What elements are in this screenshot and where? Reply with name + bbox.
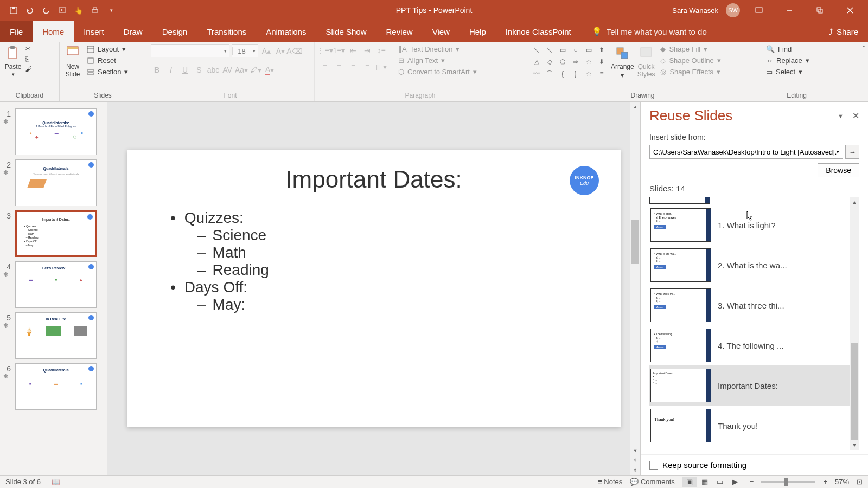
zoom-slider[interactable] bbox=[761, 481, 815, 483]
shape-outline-button[interactable]: ◇ Shape Outline ▾ bbox=[658, 56, 723, 65]
tab-design[interactable]: Design bbox=[152, 21, 197, 42]
tab-home[interactable]: Home bbox=[33, 21, 74, 42]
align-right-icon[interactable]: ≡ bbox=[347, 61, 359, 73]
reuse-slide-item[interactable]: Important Dates:• ...• ...• ... Importan… bbox=[649, 365, 859, 406]
share-button[interactable]: ⤴ Share bbox=[819, 21, 868, 42]
thumbnail-2[interactable]: 2✱ QuadrilateralsThere are many differen… bbox=[0, 157, 107, 208]
columns-icon[interactable]: ▥▾ bbox=[375, 61, 387, 73]
paste-button[interactable]: Paste ▾ bbox=[4, 44, 22, 77]
close-icon[interactable] bbox=[839, 0, 861, 21]
bold-icon[interactable]: B bbox=[151, 64, 163, 76]
scroll-down-icon[interactable]: ▼ bbox=[630, 446, 640, 455]
tab-animations[interactable]: Animations bbox=[256, 21, 316, 42]
zoom-level[interactable]: 57% bbox=[835, 478, 849, 486]
user-name[interactable]: Sara Wanasek bbox=[672, 7, 718, 15]
cut-icon[interactable]: ✂ bbox=[25, 44, 32, 53]
line-spacing-icon[interactable]: ↕≡ bbox=[375, 44, 387, 56]
font-color-icon[interactable]: A▾ bbox=[264, 64, 276, 76]
spellcheck-icon[interactable]: 📖 bbox=[52, 478, 60, 486]
qat-customize-icon[interactable]: ▾ bbox=[106, 5, 116, 15]
reset-button[interactable]: Reset bbox=[85, 56, 130, 65]
shape-effects-button[interactable]: ◎ Shape Effects ▾ bbox=[658, 67, 723, 76]
pane-options-icon[interactable]: ▼ bbox=[838, 113, 844, 119]
shadow-icon[interactable]: S bbox=[193, 64, 205, 76]
reuse-slide-item[interactable]: • What is the wa... a) ... b) ...Answer … bbox=[649, 245, 859, 285]
clear-formatting-icon[interactable]: A⌫ bbox=[289, 45, 301, 57]
save-icon[interactable] bbox=[9, 5, 18, 15]
replace-button[interactable]: ↔ Replace ▾ bbox=[764, 56, 812, 65]
tab-view[interactable]: View bbox=[423, 21, 459, 42]
prev-slide-icon[interactable]: ⇞ bbox=[630, 455, 640, 465]
thumbnail-1[interactable]: 1✱ Quadrilaterals:A Parade of Four-Sided… bbox=[0, 106, 107, 157]
tab-inknoe[interactable]: Inknoe ClassPoint bbox=[496, 21, 581, 42]
character-spacing-icon[interactable]: AV bbox=[221, 64, 233, 76]
path-combo[interactable]: C:\Users\SaraWanasek\Desktop\Intro to Li… bbox=[649, 145, 843, 159]
comments-button[interactable]: 💬 Comments bbox=[630, 478, 674, 486]
normal-view-icon[interactable]: ▣ bbox=[682, 477, 697, 487]
copy-icon[interactable]: ⎘ bbox=[25, 55, 32, 63]
sorter-view-icon[interactable]: ▦ bbox=[698, 477, 712, 487]
slide-canvas[interactable]: INKNOE Edu Important Dates: Quizzes: Sci… bbox=[127, 150, 621, 427]
italic-icon[interactable]: I bbox=[165, 64, 177, 76]
fit-to-window-icon[interactable]: ⊡ bbox=[857, 478, 863, 486]
strikethrough-icon[interactable]: abc bbox=[207, 64, 219, 76]
slide-counter[interactable]: Slide 3 of 6 bbox=[5, 478, 41, 486]
start-from-beginning-icon[interactable] bbox=[58, 5, 67, 15]
font-name-combo[interactable]: ▾ bbox=[151, 44, 229, 57]
tab-insert[interactable]: Insert bbox=[74, 21, 114, 42]
reuse-slide-item[interactable]: Thank you! Thank you! bbox=[649, 406, 859, 446]
zoom-out-icon[interactable]: − bbox=[750, 478, 754, 486]
collapse-ribbon-icon[interactable]: ˄ bbox=[862, 44, 866, 53]
print-icon[interactable] bbox=[90, 5, 100, 15]
justify-icon[interactable]: ≡ bbox=[361, 61, 373, 73]
highlight-icon[interactable]: 🖍▾ bbox=[250, 64, 261, 76]
canvas-scrollbar[interactable]: ▲ ▼ ⇞ ⇟ bbox=[630, 102, 640, 475]
thumbnail-5[interactable]: 5✱ In Real Life🍦 bbox=[0, 310, 107, 361]
scroll-up-icon[interactable]: ▲ bbox=[630, 102, 640, 112]
scroll-down-icon[interactable]: ▼ bbox=[850, 440, 859, 450]
reuse-list-scrollbar[interactable]: ▲ ▼ bbox=[850, 197, 859, 450]
shape-fill-button[interactable]: ◆ Shape Fill ▾ bbox=[658, 44, 723, 54]
slideshow-view-icon[interactable]: ▶ bbox=[728, 477, 742, 487]
decrease-indent-icon[interactable]: ⇤ bbox=[347, 44, 359, 56]
layout-button[interactable]: Layout ▾ bbox=[85, 44, 130, 54]
tab-slideshow[interactable]: Slide Show bbox=[316, 21, 376, 42]
reading-view-icon[interactable]: ▭ bbox=[713, 477, 727, 487]
section-button[interactable]: Section ▾ bbox=[85, 67, 130, 76]
bullets-icon[interactable]: ⋮≡▾ bbox=[319, 44, 331, 56]
align-left-icon[interactable]: ≡ bbox=[319, 61, 331, 73]
slide-title[interactable]: Important Dates: bbox=[159, 166, 588, 193]
increase-indent-icon[interactable]: ⇥ bbox=[361, 44, 373, 56]
touch-mode-icon[interactable]: 👆 bbox=[74, 5, 84, 15]
maximize-icon[interactable] bbox=[808, 0, 831, 21]
tab-draw[interactable]: Draw bbox=[114, 21, 152, 42]
go-button[interactable]: → bbox=[845, 145, 859, 159]
redo-icon[interactable] bbox=[41, 5, 51, 15]
ribbon-display-icon[interactable] bbox=[748, 0, 770, 21]
tell-me-search[interactable]: 💡 Tell me what you want to do bbox=[592, 21, 707, 42]
user-avatar[interactable]: SW bbox=[726, 3, 740, 17]
shapes-gallery[interactable]: ＼＼▭○▭⬆ △◇⬠⇨☆⬇ 〰⌒{}☆≡ bbox=[531, 44, 608, 79]
decrease-font-icon[interactable]: A▾ bbox=[275, 45, 286, 57]
align-text-button[interactable]: ⊟ Align Text ▾ bbox=[396, 56, 479, 65]
close-pane-icon[interactable]: ✕ bbox=[852, 111, 859, 121]
quick-styles-button[interactable]: Quick Styles bbox=[637, 44, 655, 78]
next-slide-icon[interactable]: ⇟ bbox=[630, 465, 640, 475]
find-button[interactable]: 🔍 Find bbox=[764, 44, 812, 54]
thumbnail-3[interactable]: 3 Important Dates:• Quizzes: – Science –… bbox=[0, 208, 107, 259]
arrange-button[interactable]: Arrange▾ bbox=[611, 44, 634, 79]
zoom-in-icon[interactable]: + bbox=[823, 478, 827, 486]
browse-button[interactable]: Browse bbox=[818, 163, 859, 177]
font-size-combo[interactable]: 18▾ bbox=[232, 44, 258, 57]
scroll-up-icon[interactable]: ▲ bbox=[850, 197, 859, 207]
numbering-icon[interactable]: 1≡▾ bbox=[333, 44, 345, 56]
change-case-icon[interactable]: Aa▾ bbox=[235, 64, 247, 76]
notes-button[interactable]: ≡ Notes bbox=[598, 478, 622, 486]
reuse-slide-item[interactable]: • What three thi... a) ... b) ...Answer … bbox=[649, 285, 859, 325]
thumbnail-6[interactable]: 6✱ Quadrilaterals■▬■ bbox=[0, 361, 107, 412]
tab-file[interactable]: File bbox=[0, 21, 33, 42]
new-slide-button[interactable]: New Slide bbox=[64, 44, 81, 78]
convert-smartart-button[interactable]: ⬡ Convert to SmartArt ▾ bbox=[396, 67, 479, 76]
tab-help[interactable]: Help bbox=[459, 21, 496, 42]
tab-review[interactable]: Review bbox=[376, 21, 422, 42]
